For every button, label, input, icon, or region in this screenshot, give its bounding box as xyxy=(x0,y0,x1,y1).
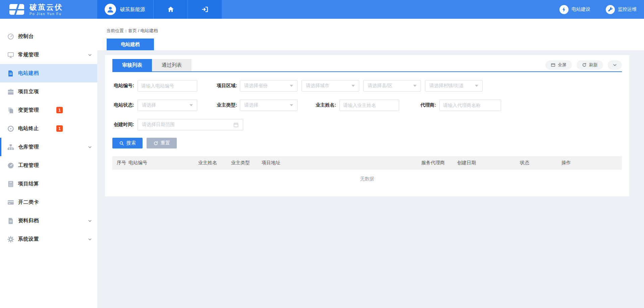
main-content: 当前位置：首页 / 电站建档 电站建档 审核列表 通过列表 全屏 刷新 xyxy=(97,19,644,308)
gauge-icon xyxy=(7,33,14,40)
sidebar-menu: 控制台常规管理电站建档项目立项变更管理1电站终止1仓库管理工程管理项目结算开二类… xyxy=(0,19,97,308)
province-select[interactable]: 请选择省份 xyxy=(240,80,298,91)
sidebar-item-label: 项目结算 xyxy=(18,181,39,187)
top-header: 破茧云伏 Po Jian Yun Fu 破茧新能源 电站建设 监控运维 xyxy=(0,0,644,19)
calendar-icon xyxy=(233,122,239,128)
column-header: 业主类型 xyxy=(231,156,250,170)
sidebar-item-label: 电站建档 xyxy=(18,70,39,76)
breadcrumb-current: 电站建档 xyxy=(141,28,158,33)
solar-logo-icon xyxy=(9,3,25,15)
briefcase-icon xyxy=(7,88,14,96)
record-icon xyxy=(7,125,14,132)
sidebar-item-label: 常规管理 xyxy=(18,52,39,58)
sidebar-item-label: 系统设置 xyxy=(18,236,39,242)
user-menu[interactable]: 破茧新能源 xyxy=(97,0,153,19)
breadcrumb-separator: / xyxy=(137,28,141,33)
breadcrumb-home-link[interactable]: 首页 xyxy=(128,28,137,33)
nav-station-construction[interactable]: 电站建设 xyxy=(559,5,590,14)
create-time-label: 创建时间: xyxy=(112,122,134,128)
owner-name-input[interactable] xyxy=(339,100,399,111)
breadcrumb-strip: 当前位置：首页 / 电站建档 电站建档 xyxy=(97,19,644,50)
sidebar-item-warehouse-management[interactable]: 仓库管理 xyxy=(0,138,97,156)
tab-passed-list[interactable]: 通过列表 xyxy=(152,59,192,71)
reset-label: 重置 xyxy=(161,140,170,146)
sidebar-item-project-initiation[interactable]: 项目立项 xyxy=(0,82,97,101)
refresh-icon xyxy=(582,63,587,67)
panel-tabs: 审核列表 通过列表 全屏 刷新 xyxy=(112,59,622,72)
station-no-input[interactable] xyxy=(138,80,197,91)
active-indicator-bar xyxy=(0,138,1,156)
fullscreen-label: 全屏 xyxy=(558,62,567,68)
monitor-icon xyxy=(7,51,14,59)
owner-name-label: 业主姓名: xyxy=(314,102,336,108)
county-placeholder: 请选择县/区 xyxy=(368,83,392,89)
nav-monitoring-ops[interactable]: 监控运维 xyxy=(606,5,637,14)
bankcard-icon xyxy=(7,199,14,206)
station-status-placeholder: 请选择 xyxy=(142,102,156,108)
page-tab-station-filing[interactable]: 电站建档 xyxy=(107,39,154,50)
agent-input[interactable] xyxy=(439,100,501,111)
date-range-picker[interactable]: 请选择日期范围 xyxy=(138,119,243,130)
sidebar-item-label: 开二类卡 xyxy=(18,199,39,205)
refresh-button[interactable]: 刷新 xyxy=(577,60,603,70)
town-placeholder: 请选择村镇/街道 xyxy=(429,83,464,89)
sidebar-item-general-management[interactable]: 常规管理 xyxy=(0,46,97,64)
sign-in-icon xyxy=(201,6,209,13)
owner-type-select[interactable]: 请选择 xyxy=(240,100,298,111)
fullscreen-button[interactable]: 全屏 xyxy=(545,60,572,70)
column-header: 服务代理商 xyxy=(421,156,445,170)
fullscreen-icon xyxy=(551,63,555,67)
avatar-icon xyxy=(105,4,116,15)
column-header: 创建日期 xyxy=(457,156,476,170)
caret-down-icon xyxy=(475,85,478,87)
column-header: 操作 xyxy=(561,156,571,170)
tab-review-list[interactable]: 审核列表 xyxy=(112,59,152,71)
region-label: 项目区域: xyxy=(214,83,237,89)
document-icon xyxy=(7,70,14,77)
province-placeholder: 请选择省份 xyxy=(244,83,268,89)
filter-row-2: 电站状态: 请选择 业主类型: 请选择 业主姓名: 代理商: xyxy=(112,100,622,111)
calculator-icon xyxy=(7,180,14,188)
sidebar-item-data-archiving[interactable]: 资料归档 xyxy=(0,211,97,230)
sidebar-item-label: 项目立项 xyxy=(18,88,39,95)
chevron-down-icon xyxy=(88,53,92,57)
sidebar-item-engineering-management[interactable]: 工程管理 xyxy=(0,156,97,175)
filter-actions: 搜索 重置 xyxy=(112,138,622,148)
panel-toolbar: 全屏 刷新 xyxy=(545,60,622,70)
gear-icon xyxy=(7,236,14,243)
search-button[interactable]: 搜索 xyxy=(112,138,143,148)
chevron-down-icon xyxy=(88,219,92,223)
brand-subtitle: Po Jian Yun Fu xyxy=(30,12,63,16)
dashboard-icon xyxy=(7,162,14,169)
sign-out-button[interactable] xyxy=(187,0,222,19)
caret-down-icon xyxy=(290,104,293,106)
sidebar-item-station-filing[interactable]: 电站建档 xyxy=(0,64,97,82)
city-placeholder: 请选择城市 xyxy=(306,83,329,89)
breadcrumb-prefix: 当前位置： xyxy=(106,28,128,33)
caret-down-icon xyxy=(190,104,193,106)
collapse-button[interactable] xyxy=(608,60,622,70)
notification-badge: 1 xyxy=(56,125,63,132)
brand-text: 破茧云伏 Po Jian Yun Fu xyxy=(30,3,63,16)
county-select[interactable]: 请选择县/区 xyxy=(363,80,421,91)
station-status-select[interactable]: 请选择 xyxy=(138,100,197,111)
sidebar-item-project-settlement[interactable]: 项目结算 xyxy=(0,175,97,193)
sidebar-item-station-termination[interactable]: 电站终止1 xyxy=(0,119,97,138)
sidebar-item-change-management[interactable]: 变更管理1 xyxy=(0,101,97,119)
filter-row-1: 电站编号: 项目区域: 请选择省份 请选择城市 请选择县/区 请选择村镇/街道 xyxy=(112,80,622,91)
sidebar-item-label: 控制台 xyxy=(18,33,34,40)
home-button[interactable] xyxy=(153,0,187,19)
owner-type-placeholder: 请选择 xyxy=(244,102,258,108)
sidebar-item-system-settings[interactable]: 系统设置 xyxy=(0,230,97,248)
column-header: 电站编号 xyxy=(128,156,147,170)
breadcrumb: 当前位置：首页 / 电站建档 xyxy=(97,19,644,34)
sidebar-item-class2-card[interactable]: 开二类卡 xyxy=(0,193,97,211)
city-select[interactable]: 请选择城市 xyxy=(302,80,359,91)
nav-label: 监控运维 xyxy=(618,6,637,12)
town-select[interactable]: 请选择村镇/街道 xyxy=(425,80,483,91)
station-no-label: 电站编号: xyxy=(112,83,134,89)
sidebar-item-console[interactable]: 控制台 xyxy=(0,27,97,46)
table-empty-state: 无数据 xyxy=(112,170,622,188)
reset-button[interactable]: 重置 xyxy=(147,138,177,148)
header-nav-group: 破茧新能源 xyxy=(97,0,222,19)
